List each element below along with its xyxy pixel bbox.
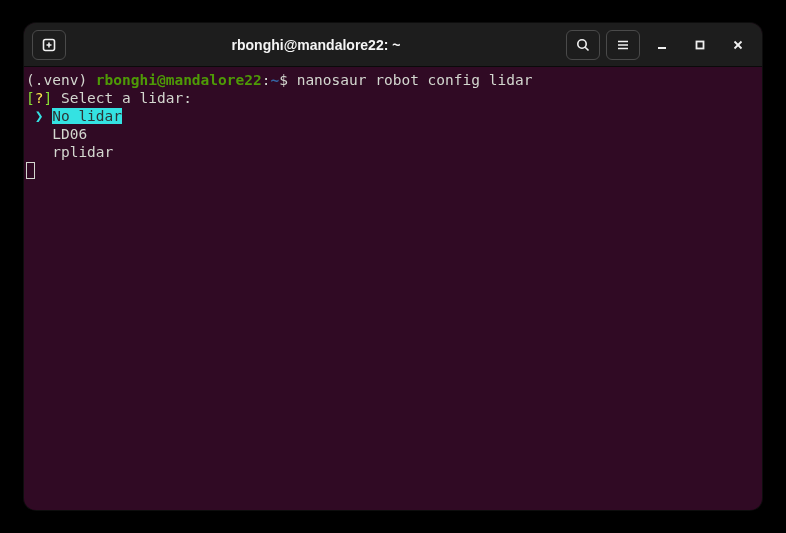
minimize-button[interactable] (646, 30, 678, 60)
svg-point-3 (578, 39, 586, 47)
titlebar: rbonghi@mandalore22: ~ (24, 23, 762, 67)
venv-label: (.venv) (26, 72, 96, 88)
option-indent (26, 143, 52, 161)
prompt-path: ~ (270, 72, 279, 88)
menu-button[interactable] (606, 30, 640, 60)
command-text: nanosaur robot config lidar (297, 72, 533, 88)
cursor (26, 162, 35, 179)
option-selected-line[interactable]: ❯ No lidar (26, 107, 760, 125)
option-selected: No lidar (52, 108, 122, 124)
cursor-line (26, 161, 760, 179)
bracket-open: [ (26, 90, 35, 106)
svg-line-4 (585, 47, 588, 50)
question-text: Select a lidar: (52, 90, 192, 106)
search-button[interactable] (566, 30, 600, 60)
prompt-dollar: $ (279, 72, 296, 88)
user-host: rbonghi@mandalore22 (96, 72, 262, 88)
option-label: rplidar (52, 144, 113, 160)
option-indent (26, 125, 52, 143)
bracket-close: ] (43, 90, 52, 106)
prompt-line: (.venv) rbonghi@mandalore22:~$ nanosaur … (26, 71, 760, 89)
selection-pointer: ❯ (26, 107, 52, 125)
svg-rect-9 (697, 41, 704, 48)
question-line: [?] Select a lidar: (26, 89, 760, 107)
hamburger-icon (615, 37, 631, 53)
terminal-body[interactable]: (.venv) rbonghi@mandalore22:~$ nanosaur … (24, 67, 762, 510)
maximize-button[interactable] (684, 30, 716, 60)
terminal-window: rbonghi@mandalore22: ~ (24, 23, 762, 510)
search-icon (575, 37, 591, 53)
titlebar-right (566, 30, 754, 60)
option-line[interactable]: rplidar (26, 143, 760, 161)
new-tab-icon (41, 37, 57, 53)
new-tab-button[interactable] (32, 30, 66, 60)
close-button[interactable] (722, 30, 754, 60)
maximize-icon (694, 39, 706, 51)
close-icon (732, 39, 744, 51)
option-line[interactable]: LD06 (26, 125, 760, 143)
window-title: rbonghi@mandalore22: ~ (72, 37, 560, 53)
minimize-icon (656, 39, 668, 51)
option-label: LD06 (52, 126, 87, 142)
